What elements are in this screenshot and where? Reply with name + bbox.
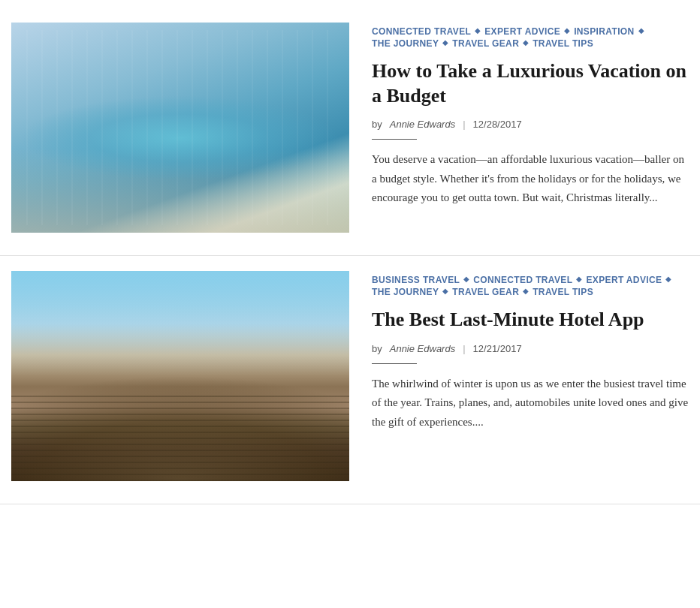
article-title: How to Take a Luxurious Vacation on a Bu… — [372, 59, 689, 108]
tag-link[interactable]: EXPERT ADVICE — [484, 26, 560, 37]
article-date: 12/21/2017 — [473, 343, 522, 354]
tag-link[interactable]: CONNECTED TRAVEL — [372, 26, 471, 37]
article-content: CONNECTED TRAVEL◆EXPERT ADVICE◆INSPIRATI… — [372, 23, 689, 233]
tag-link[interactable]: TRAVEL TIPS — [533, 287, 593, 297]
article-item: BUSINESS TRAVEL◆CONNECTED TRAVEL◆EXPERT … — [0, 256, 700, 504]
tag-separator: ◆ — [442, 38, 448, 49]
by-label: by — [372, 119, 382, 130]
article-title: The Best Last-Minute Hotel App — [372, 308, 689, 333]
tag-separator: ◆ — [665, 275, 671, 285]
tag-link[interactable]: BUSINESS TRAVEL — [372, 275, 460, 285]
author-name: Annie Edwards — [390, 119, 455, 130]
article-meta: by Annie Edwards | 12/21/2017 — [372, 343, 689, 354]
tag-separator: ◆ — [638, 26, 644, 37]
tag-link[interactable]: TRAVEL GEAR — [452, 38, 519, 49]
tag-link[interactable]: INSPIRATION — [574, 26, 634, 37]
article-date: 12/28/2017 — [473, 119, 522, 130]
tag-separator: ◆ — [442, 287, 448, 297]
tag-link[interactable]: CONNECTED TRAVEL — [473, 275, 572, 285]
article-divider — [372, 139, 417, 140]
author-name: Annie Edwards — [390, 343, 455, 354]
article-divider — [372, 363, 417, 364]
article-image — [11, 23, 349, 233]
article-item: CONNECTED TRAVEL◆EXPERT ADVICE◆INSPIRATI… — [0, 8, 700, 256]
tag-link[interactable]: THE JOURNEY — [372, 38, 439, 49]
articles-list: CONNECTED TRAVEL◆EXPERT ADVICE◆INSPIRATI… — [0, 0, 700, 512]
article-excerpt: You deserve a vacation—an affordable lux… — [372, 150, 689, 208]
tag-link[interactable]: EXPERT ADVICE — [586, 275, 662, 285]
article-tags: BUSINESS TRAVEL◆CONNECTED TRAVEL◆EXPERT … — [372, 275, 689, 297]
article-tags: CONNECTED TRAVEL◆EXPERT ADVICE◆INSPIRATI… — [372, 26, 689, 49]
tag-separator: ◆ — [564, 26, 570, 37]
article-excerpt: The whirlwind of winter is upon us as we… — [372, 375, 689, 432]
article-content: BUSINESS TRAVEL◆CONNECTED TRAVEL◆EXPERT … — [372, 271, 689, 481]
article-image — [11, 271, 349, 481]
tag-separator: ◆ — [475, 26, 481, 37]
tag-separator: ◆ — [523, 38, 529, 49]
tag-link[interactable]: THE JOURNEY — [372, 287, 439, 297]
by-label: by — [372, 343, 382, 354]
meta-separator: | — [463, 119, 465, 130]
tag-separator: ◆ — [463, 275, 469, 285]
meta-separator: | — [463, 343, 465, 354]
tag-link[interactable]: TRAVEL GEAR — [452, 287, 519, 297]
tag-separator: ◆ — [523, 287, 529, 297]
tag-link[interactable]: TRAVEL TIPS — [533, 38, 593, 49]
tag-separator: ◆ — [576, 275, 582, 285]
article-meta: by Annie Edwards | 12/28/2017 — [372, 119, 689, 130]
